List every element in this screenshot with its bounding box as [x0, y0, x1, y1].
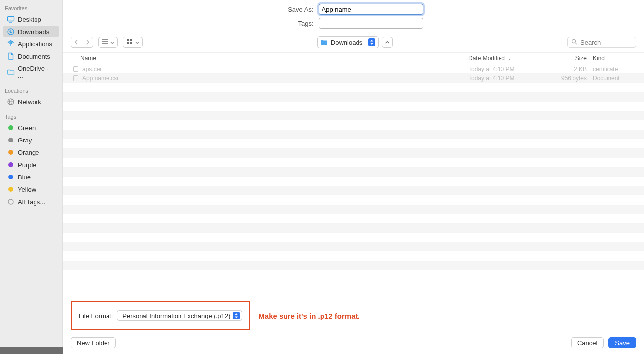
file-kind: certificate [587, 66, 636, 72]
file-icon [72, 75, 79, 82]
search-box[interactable] [567, 37, 636, 48]
file-format-value: Personal Information Exchange (.p12) [122, 312, 230, 319]
sidebar-section-locations: Locations [0, 85, 62, 95]
file-name: App name.csr [82, 75, 119, 82]
file-name: aps.cer [82, 66, 102, 72]
tags-input[interactable] [319, 18, 423, 29]
main-panel: Save As: Tags: [63, 0, 644, 354]
table-row-empty [63, 223, 644, 233]
table-row-empty [63, 102, 644, 111]
folder-icon [320, 38, 328, 46]
chevron-up-icon [385, 39, 390, 46]
sidebar-item-label: Gray [18, 137, 32, 144]
sidebar-item-network[interactable]: Network [3, 96, 59, 107]
bottom-area: File Format: Personal Information Exchan… [63, 291, 644, 330]
search-icon [572, 39, 577, 46]
sidebar-tag-gray[interactable]: Gray [3, 134, 59, 146]
tag-dot-icon [7, 124, 15, 132]
sidebar-item-label: Orange [18, 149, 39, 156]
sidebar-tag-blue[interactable]: Blue [3, 171, 59, 183]
svg-rect-17 [74, 75, 78, 81]
table-row-empty [63, 233, 644, 242]
sidebar-item-all-tags[interactable]: All Tags... [3, 196, 59, 208]
table-row[interactable]: App name.csrToday at 4:10 PM956 bytesDoc… [63, 73, 644, 83]
search-input[interactable] [580, 39, 630, 46]
doc-icon [7, 52, 15, 60]
sidebar-tag-orange[interactable]: Orange [3, 146, 59, 158]
save-as-label: Save As: [284, 6, 314, 13]
apps-icon [7, 40, 15, 48]
table-row-empty [63, 167, 644, 177]
list-view-mode-button[interactable] [98, 37, 118, 48]
sidebar-item-label: All Tags... [18, 198, 45, 206]
table-row-empty [63, 148, 644, 158]
collapse-button[interactable] [382, 37, 393, 48]
column-header-size[interactable]: Size [547, 55, 587, 62]
tag-dot-icon [7, 185, 15, 193]
table-row-empty [63, 92, 644, 102]
save-form: Save As: Tags: [63, 0, 644, 34]
tag-dot-icon [7, 136, 15, 144]
all-tags-icon [7, 198, 15, 206]
column-header-row: Name Date Modified ⌄ Size Kind [63, 52, 644, 64]
sidebar-tag-green[interactable]: Green [3, 122, 59, 134]
sidebar-item-documents[interactable]: Documents [3, 50, 59, 62]
tag-dot-icon [7, 173, 15, 181]
sidebar-tag-purple[interactable]: Purple [3, 159, 59, 171]
sidebar-item-label: Applications [18, 40, 52, 48]
svg-rect-12 [127, 42, 129, 44]
table-row-empty [63, 83, 644, 92]
icon-view-icon [126, 39, 133, 46]
svg-rect-0 [8, 17, 14, 21]
table-row-empty [63, 261, 644, 270]
file-format-select[interactable]: Personal Information Exchange (.p12) [117, 310, 242, 321]
table-row-empty [63, 195, 644, 205]
table-row-empty [63, 214, 644, 223]
sidebar-item-label: Yellow [18, 186, 36, 193]
new-folder-button[interactable]: New Folder [71, 337, 116, 348]
sidebar-section-favorites: Favorites [0, 3, 62, 13]
desktop-icon [7, 15, 15, 23]
column-header-date[interactable]: Date Modified ⌄ [468, 55, 547, 62]
sidebar-item-onedrive[interactable]: OneDrive - ... [3, 63, 59, 81]
nav-back-button[interactable] [71, 37, 82, 47]
save-as-input[interactable] [319, 4, 423, 15]
file-list: Name Date Modified ⌄ Size Kind aps.cerTo… [63, 52, 644, 291]
download-icon [7, 28, 15, 35]
cancel-button[interactable]: Cancel [571, 337, 604, 348]
nav-forward-button[interactable] [82, 37, 93, 47]
location-selector[interactable]: Downloads [317, 36, 379, 48]
file-kind: Document [587, 75, 636, 82]
group-by-button[interactable] [123, 37, 143, 48]
sidebar-item-label: Network [18, 98, 41, 106]
file-icon [72, 66, 79, 72]
table-row[interactable]: aps.cerToday at 4:10 PM2 KBcertificate [63, 64, 644, 73]
chevron-right-icon [85, 39, 90, 46]
table-row-empty [63, 139, 644, 148]
chevron-left-icon [74, 39, 79, 46]
sidebar-item-downloads[interactable]: Downloads [3, 26, 59, 37]
sort-indicator-icon: ⌄ [508, 56, 512, 61]
network-icon [7, 98, 15, 106]
sidebar-tag-yellow[interactable]: Yellow [3, 183, 59, 195]
chevron-down-icon [135, 39, 139, 46]
file-date: Today at 4:10 PM [468, 75, 547, 82]
chevron-down-icon [110, 39, 114, 46]
file-size: 2 KB [547, 66, 587, 72]
svg-point-14 [572, 39, 576, 43]
table-row-empty [63, 130, 644, 139]
dock-hint [0, 347, 63, 354]
tag-dot-icon [7, 148, 15, 156]
sidebar-item-desktop[interactable]: Desktop [3, 13, 59, 25]
column-header-name[interactable]: Name [71, 55, 468, 62]
svg-line-15 [575, 43, 577, 44]
table-row-empty [63, 242, 644, 251]
table-row-empty [63, 177, 644, 186]
file-format-label: File Format: [79, 312, 113, 319]
column-header-kind[interactable]: Kind [587, 55, 636, 62]
svg-point-6 [8, 199, 13, 204]
column-header-date-label: Date Modified [468, 55, 505, 62]
save-button[interactable]: Save [608, 337, 636, 348]
sidebar-item-applications[interactable]: Applications [3, 38, 59, 50]
nav-back-forward [71, 37, 93, 48]
